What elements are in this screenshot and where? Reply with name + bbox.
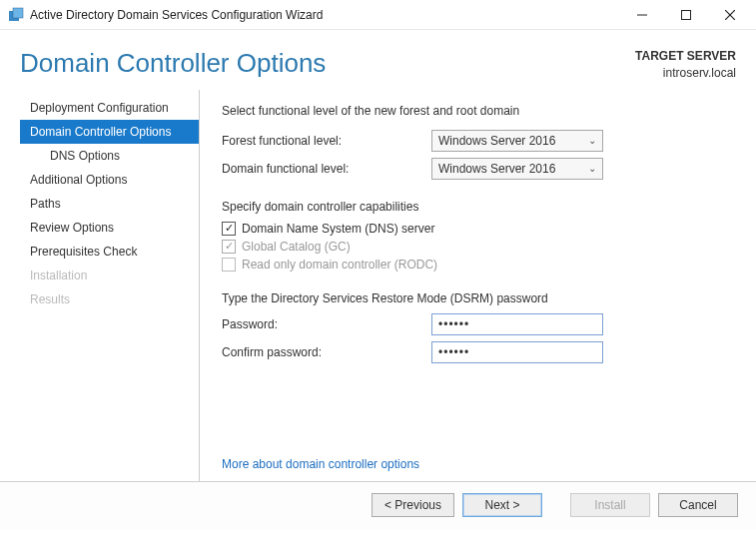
- rodc-checkbox-label: Read only domain controller (RODC): [242, 258, 437, 272]
- chevron-down-icon: ⌄: [588, 135, 596, 146]
- gc-checkbox-row: Global Catalog (GC): [222, 240, 726, 254]
- svg-rect-3: [682, 10, 691, 19]
- window-controls: [620, 1, 752, 29]
- dns-checkbox-label: Domain Name System (DNS) server: [242, 222, 434, 236]
- sidebar-item-prerequisites-check[interactable]: Prerequisites Check: [20, 240, 199, 264]
- domain-level-select[interactable]: Windows Server 2016 ⌄: [431, 158, 603, 180]
- sidebar-item-paths[interactable]: Paths: [20, 192, 199, 216]
- more-about-link[interactable]: More about domain controller options: [222, 457, 419, 471]
- window-title: Active Directory Domain Services Configu…: [30, 8, 620, 22]
- chevron-down-icon: ⌄: [588, 163, 596, 174]
- target-server-value: introserv.local: [635, 65, 736, 82]
- cancel-button[interactable]: Cancel: [658, 493, 738, 517]
- confirm-password-row: Confirm password:: [222, 341, 726, 363]
- install-button: Install: [570, 493, 650, 517]
- sidebar-item-domain-controller-options[interactable]: Domain Controller Options: [20, 120, 199, 144]
- forest-level-label: Forest functional level:: [222, 134, 431, 148]
- content: Select functional level of the new fores…: [200, 90, 756, 481]
- forest-level-select[interactable]: Windows Server 2016 ⌄: [431, 130, 603, 152]
- maximize-button[interactable]: [664, 1, 708, 29]
- previous-button[interactable]: < Previous: [372, 493, 454, 517]
- sidebar-item-deployment-configuration[interactable]: Deployment Configuration: [20, 96, 199, 120]
- dsrm-title: Type the Directory Services Restore Mode…: [222, 291, 726, 305]
- gc-checkbox: [222, 240, 236, 254]
- password-row: Password:: [222, 313, 726, 335]
- functional-level-title: Select functional level of the new fores…: [222, 104, 726, 118]
- rodc-checkbox: [222, 258, 236, 272]
- close-button[interactable]: [708, 1, 752, 29]
- sidebar-item-review-options[interactable]: Review Options: [20, 216, 199, 240]
- dns-checkbox-row: Domain Name System (DNS) server: [222, 222, 726, 236]
- gc-checkbox-label: Global Catalog (GC): [242, 240, 351, 254]
- sidebar-item-dns-options[interactable]: DNS Options: [20, 144, 199, 168]
- sidebar-item-installation: Installation: [20, 264, 199, 287]
- wizard-icon: [8, 7, 24, 23]
- domain-level-row: Domain functional level: Windows Server …: [222, 158, 726, 180]
- dns-checkbox[interactable]: [222, 222, 236, 236]
- forest-level-value: Windows Server 2016: [438, 134, 555, 148]
- footer: < Previous Next > Install Cancel: [0, 481, 756, 529]
- minimize-button[interactable]: [620, 1, 664, 29]
- domain-level-value: Windows Server 2016: [438, 162, 555, 176]
- forest-level-row: Forest functional level: Windows Server …: [222, 130, 726, 152]
- target-server-box: TARGET SERVER introserv.local: [635, 48, 736, 82]
- password-input[interactable]: [431, 313, 603, 335]
- password-label: Password:: [222, 317, 431, 331]
- svg-rect-1: [13, 8, 23, 18]
- target-server-label: TARGET SERVER: [635, 48, 736, 65]
- sidebar: Deployment Configuration Domain Controll…: [20, 90, 200, 481]
- sidebar-item-results: Results: [20, 287, 199, 311]
- page-title: Domain Controller Options: [20, 48, 326, 82]
- rodc-checkbox-row: Read only domain controller (RODC): [222, 258, 726, 272]
- confirm-password-label: Confirm password:: [222, 345, 431, 359]
- titlebar: Active Directory Domain Services Configu…: [0, 0, 756, 30]
- header: Domain Controller Options TARGET SERVER …: [0, 30, 756, 90]
- next-button[interactable]: Next >: [462, 493, 542, 517]
- domain-level-label: Domain functional level:: [222, 162, 431, 176]
- sidebar-item-additional-options[interactable]: Additional Options: [20, 168, 199, 192]
- confirm-password-input[interactable]: [431, 341, 603, 363]
- body: Deployment Configuration Domain Controll…: [0, 90, 756, 481]
- capabilities-title: Specify domain controller capabilities: [222, 200, 726, 214]
